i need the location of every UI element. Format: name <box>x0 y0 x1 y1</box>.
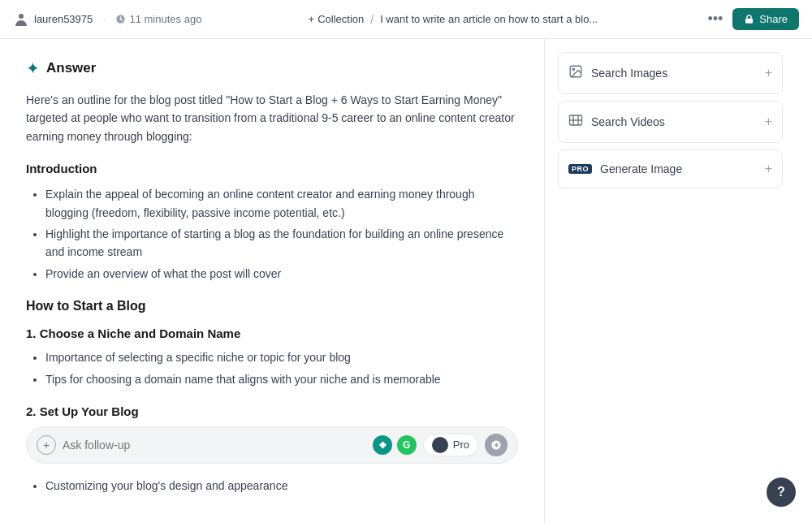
share-button[interactable]: Share <box>732 8 799 30</box>
search-videos-button[interactable]: Search Videos + <box>558 101 783 143</box>
list-item: Customizing your blog's design and appea… <box>45 477 518 495</box>
search-videos-label: Search Videos <box>591 115 665 128</box>
more-dots: ••• <box>707 11 723 27</box>
content-area: ✦ Answer Here's an outline for the blog … <box>0 39 544 523</box>
right-sidebar: Search Images + Search Videos + <box>544 39 796 523</box>
timestamp: 11 minutes ago <box>115 13 201 25</box>
timestamp-text: 11 minutes ago <box>129 13 201 25</box>
user-info: lauren53975 <box>13 11 93 28</box>
collection-button[interactable]: + Collection <box>309 13 365 25</box>
followup-plus-button[interactable]: + <box>37 435 56 455</box>
search-videos-icon <box>568 113 583 131</box>
toggle-circle <box>432 437 448 453</box>
list-item: Tips for choosing a domain name that ali… <box>45 370 518 388</box>
answer-icon: ✦ <box>26 58 40 78</box>
answer-title: Answer <box>46 60 96 76</box>
search-images-left: Search Images <box>568 64 667 82</box>
section1-bullets: Importance of selecting a specific niche… <box>26 348 518 388</box>
generate-image-left: PRO Generate Image <box>568 162 682 175</box>
send-icon <box>490 439 502 451</box>
followup-icons: ◆ G <box>373 435 417 455</box>
help-button[interactable]: ? <box>767 478 796 507</box>
main-layout: ✦ Answer Here's an outline for the blog … <box>0 39 812 523</box>
plus-icon: + <box>309 13 315 25</box>
list-item: Importance of selecting a specific niche… <box>45 348 518 366</box>
intro-paragraph: Here's an outline for the blog post titl… <box>26 91 518 145</box>
generate-image-pro-icon: PRO <box>568 164 592 174</box>
section1-heading: 1. Choose a Niche and Domain Name <box>26 326 518 340</box>
pro-label: Pro <box>453 439 469 451</box>
svg-point-1 <box>572 68 574 70</box>
followup-bar: + ◆ G Pro <box>26 426 518 464</box>
header-center: + Collection / I want to write an articl… <box>201 13 704 26</box>
search-videos-left: Search Videos <box>568 113 665 131</box>
intro-bullets: Explain the appeal of becoming an online… <box>26 185 518 283</box>
username: lauren53975 <box>34 13 93 25</box>
collection-label: Collection <box>317 13 364 25</box>
intro-heading: Introduction <box>26 162 518 175</box>
perplexity-icon[interactable]: ◆ <box>373 435 392 455</box>
breadcrumb-title: I want to write an article on how to sta… <box>380 13 598 25</box>
section2-heading: 2. Set Up Your Blog <box>26 404 518 418</box>
list-item: Explain the appeal of becoming an online… <box>45 185 518 222</box>
help-label: ? <box>777 485 785 499</box>
header-right: ••• Share <box>704 7 799 31</box>
section2-bullets: Customizing your blog's design and appea… <box>26 477 518 495</box>
breadcrumb-separator: / <box>370 13 374 26</box>
search-images-icon <box>568 64 583 82</box>
share-label: Share <box>759 13 788 25</box>
search-images-plus: + <box>765 66 772 80</box>
generate-image-button[interactable]: PRO Generate Image + <box>558 149 783 188</box>
search-images-label: Search Images <box>591 67 667 80</box>
generate-image-plus: + <box>765 162 772 176</box>
app-header: lauren53975 · 11 minutes ago + Collectio… <box>0 0 812 39</box>
list-item: Provide an overview of what the post wil… <box>45 265 518 283</box>
send-button[interactable] <box>485 434 508 456</box>
lock-icon <box>744 14 754 24</box>
user-icon <box>13 11 29 28</box>
header-left: lauren53975 · 11 minutes ago <box>13 11 201 28</box>
section-2: 2. Set Up Your Blog + ◆ G Pro <box>26 404 518 495</box>
clock-icon <box>115 14 126 24</box>
generate-image-label: Generate Image <box>600 162 682 175</box>
pro-toggle[interactable]: Pro <box>423 434 478 456</box>
search-images-button[interactable]: Search Images + <box>558 52 783 94</box>
section-1: 1. Choose a Niche and Domain Name Import… <box>26 326 518 388</box>
google-icon[interactable]: G <box>397 435 417 455</box>
search-videos-plus: + <box>765 115 772 129</box>
answer-header: ✦ Answer <box>26 58 518 78</box>
followup-input[interactable] <box>63 439 366 452</box>
followup-container: + ◆ G Pro <box>26 426 518 464</box>
list-item: Highlight the importance of starting a b… <box>45 225 518 262</box>
more-options-button[interactable]: ••• <box>704 7 726 31</box>
main-heading: How to Start a Blog <box>26 299 518 313</box>
header-divider: · <box>102 12 106 26</box>
